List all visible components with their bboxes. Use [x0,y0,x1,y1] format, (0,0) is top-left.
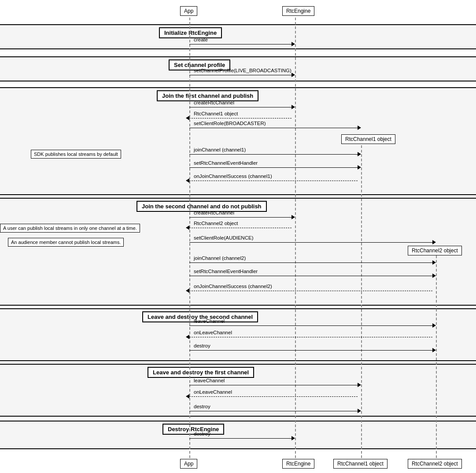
app-top-label: App [180,6,197,16]
section-band-join2 [0,198,476,306]
rtcengine-top-label: RtcEngine [282,6,314,16]
rtcengine-lifeline [295,18,296,462]
rtcchannel1-lifeline [361,137,362,462]
section-band-init [0,24,476,49]
app-bottom-label: App [180,459,197,469]
rtcchannel2-box: RtcChannel2 object [408,246,462,255]
section-band-join1 [0,87,476,195]
sequence-diagram: App RtcEngine Initialize RtcEngine Set c… [0,0,476,473]
rtcchannel1-bottom-label: RtcChannel1 object [333,459,387,469]
section-band-destroy [0,421,476,449]
section-header-leave1: Leave and destroy the first channel [148,367,254,378]
note-sdk-publishes: SDK publishes local streams by default [31,150,121,159]
rtcengine-bottom-label: RtcEngine [282,459,314,469]
rtcchannel1-box: RtcChannel1 object [341,134,395,144]
note-audience-cannot: An audience member cannot publish local … [8,238,124,247]
note-one-channel: A user can publish local streams in only… [0,224,140,233]
rtcchannel2-bottom-label: RtcChannel2 object [408,459,462,469]
app-lifeline [189,18,190,462]
section-header-init: Initialize RtcEngine [159,27,222,38]
rtcchannel2-lifeline [436,247,437,462]
